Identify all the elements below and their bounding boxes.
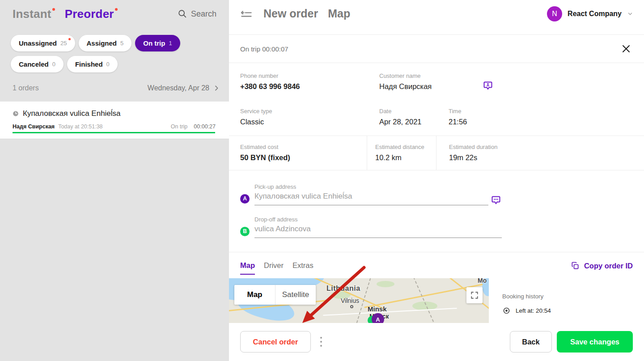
field-customer: Customer name Надя Свирская [379,72,432,91]
vilnius-city-dot [350,305,353,308]
search-button[interactable]: Search [178,9,216,19]
close-order-button[interactable] [621,43,632,55]
order-list-item[interactable]: Купаловская vulica Enhieĺsa Надя Свирска… [0,102,229,139]
booking-history-entry-text: Left at: 20:54 [516,307,551,314]
service-type-value: Classic [240,118,272,126]
save-changes-button[interactable]: Save changes [557,331,633,353]
order-title: Купаловская vulica Enhieĺsa [23,109,121,118]
map-label-minsk: Minsk [368,305,387,313]
collapse-panel-button[interactable] [240,8,253,21]
close-icon [621,43,631,54]
page-title: New order [263,7,318,20]
footer-actions: Cancel order Back Save changes [229,323,644,361]
tab-driver[interactable]: Driver [264,261,284,275]
dropoff-marker-letter: B [243,228,247,234]
map-label-vilnius: Vilnius [341,297,359,304]
estimated-distance-label: Estimated distance [375,144,436,150]
field-phone: Phone number +380 63 996 9846 [240,72,300,91]
order-progress-bar [13,132,215,133]
dropoff-address-label: Drop-off address [254,216,502,223]
filter-on-trip-label: On trip [143,39,165,47]
estimated-duration-value: 19m 22s [449,153,644,162]
filter-assigned-label: Assigned [87,39,117,47]
filter-on-trip[interactable]: On trip 1 [135,35,180,51]
filter-unassigned[interactable]: Unassigned 25 [11,35,75,51]
order-detail-panel: New order Map N React Company On trip 00… [229,0,644,361]
customer-label: Customer name [379,72,432,79]
map-type-control: Map Satellite [234,285,316,305]
tab-instant-label: Instant [13,7,51,21]
page-subtitle[interactable]: Map [328,7,350,20]
field-time: Time 21:56 [449,108,467,126]
trip-status-bar: On trip 00:00:07 [229,35,644,63]
kebab-dot [320,337,322,339]
date-field-value: Apr 28, 2021 [379,118,422,126]
more-options-button[interactable] [317,336,326,348]
copy-order-id-button[interactable]: Copy order ID [571,261,633,270]
filter-unassigned-label: Unassigned [19,39,57,47]
tab-instant[interactable]: Instant [13,7,55,21]
estimated-cost-label: Estimated cost [240,144,367,150]
map-canvas[interactable]: Lithuania Vilnius Minsk Минск Mo A Map S… [229,278,489,323]
filter-canceled-label: Canceled [19,60,49,68]
filter-on-trip-count: 1 [169,40,172,47]
map-label-partial: Mo [478,278,487,284]
collapse-panel-icon [240,8,253,21]
status-filters: Unassigned 25 Assigned 5 On trip 1 Cance… [11,35,216,72]
filter-finished[interactable]: Finished 0 [67,56,118,72]
orders-count: 1 orders [13,84,39,92]
account-menu[interactable]: N React Company [547,6,633,21]
dropoff-address-field: Drop-off address B vulica Adzincova [240,216,502,238]
pickup-address-input[interactable]: Купаловская vulica Enhieĺsa [254,192,488,205]
copy-order-id-label: Copy order ID [584,262,633,270]
filter-finished-label: Finished [75,60,103,68]
orders-date-row: 1 orders Wednesday, Apr 28 [13,84,220,92]
map-road [323,308,457,316]
filter-canceled-count: 0 [52,61,55,68]
date-selector[interactable]: Wednesday, Apr 28 [148,84,220,92]
preorder-notification-dot [115,8,118,11]
order-detail-tabs-row: Map Driver Extras Copy order ID [229,252,644,278]
map-view-button[interactable]: Map [234,285,275,305]
tab-preorder-label: Preorder [65,7,114,21]
chevron-right-icon [213,85,220,92]
pickup-chat-button[interactable] [491,195,501,205]
radio-point-icon [503,307,510,314]
map-marker-a-letter: A [376,316,380,323]
tab-extras[interactable]: Extras [292,261,314,275]
tab-map[interactable]: Map [240,261,255,275]
fullscreen-icon [470,291,479,299]
chat-icon [491,195,501,205]
order-created-time: Today at 20:51:38 [58,123,102,130]
estimated-cost-cell: Estimated cost 50 BYN (fixed) [229,136,367,170]
trip-status-text: On trip 00:00:07 [240,45,288,53]
filter-canceled[interactable]: Canceled 0 [11,56,64,72]
pickup-marker-letter: A [243,195,247,202]
avatar: N [547,6,562,21]
customer-contact-icon [483,80,493,91]
avatar-initial: N [552,10,557,18]
tab-preorder[interactable]: Preorder [65,7,118,21]
filter-assigned[interactable]: Assigned 5 [79,35,132,51]
save-changes-label: Save changes [570,338,619,346]
search-icon [178,9,187,19]
chevron-down-icon [627,11,633,17]
estimated-duration-label: Estimated duration [449,144,644,150]
date-field-label: Date [379,108,422,115]
order-type-tabs: Instant Preorder [13,7,118,21]
instant-notification-dot [52,8,55,11]
order-customer: Надя Свирская [13,123,55,130]
dropoff-address-input[interactable]: vulica Adzincova [254,225,502,238]
cancel-order-button[interactable]: Cancel order [240,331,311,353]
map-fullscreen-button[interactable] [466,287,483,303]
field-date: Date Apr 28, 2021 [379,108,422,126]
date-label: Wednesday, Apr 28 [148,84,209,92]
satellite-view-button[interactable]: Satellite [275,285,316,305]
estimated-cost-value: 50 BYN (fixed) [240,153,367,162]
cancel-order-label: Cancel order [253,338,298,346]
kebab-dot [320,341,322,343]
clock-icon [13,110,19,117]
back-button[interactable]: Back [510,331,552,353]
customer-contact-button[interactable] [483,80,493,91]
phone-label: Phone number [240,72,300,79]
